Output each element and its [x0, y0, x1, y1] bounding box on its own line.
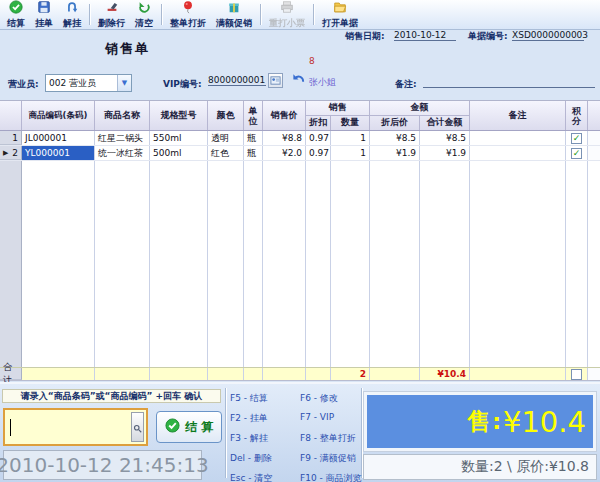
green-undo-arrow-icon — [137, 0, 151, 17]
col-group-sale: 销售 折扣 数量 — [306, 101, 370, 130]
clear-button[interactable]: 清空 — [130, 1, 158, 28]
cell-unit[interactable]: 瓶 — [244, 131, 263, 145]
group-header-amount: 金额 — [370, 101, 470, 116]
col-header-amount[interactable]: 合计金额 — [420, 116, 470, 130]
cell-points[interactable]: ✓ — [566, 146, 588, 160]
col-header-qty[interactable]: 数量 — [331, 116, 370, 130]
col-header-price[interactable]: 销售价 — [263, 101, 306, 130]
cell-remark[interactable] — [470, 131, 566, 145]
points-checkbox-empty[interactable] — [571, 369, 582, 380]
checkout-toolbar-button[interactable]: 结算 — [2, 1, 30, 28]
col-header-code[interactable]: 商品编码(条码) — [22, 101, 95, 130]
hotkey-item: F9 - 满额促销 — [300, 452, 362, 465]
col-header-discount[interactable]: 折扣 — [306, 116, 331, 130]
cell-price[interactable]: ¥8.8 — [263, 131, 306, 145]
eraser-pen-icon — [105, 0, 119, 17]
lookup-button[interactable] — [131, 412, 144, 442]
items-table: 商品编码(条码) 商品名称 规格型号 颜色 单位 销售价 销售 折扣 数量 金额… — [0, 100, 600, 381]
check-circle-icon — [165, 418, 180, 436]
price-colon: : — [492, 409, 501, 434]
cell-code-selected[interactable]: YL000001 — [22, 146, 95, 160]
undo-arrow-icon[interactable] — [291, 72, 306, 87]
totals-amount: ¥10.4 — [420, 368, 470, 380]
cell-discount[interactable]: 0.97 — [306, 131, 331, 145]
points-checkbox-checked[interactable]: ✓ — [571, 133, 582, 144]
points-checkbox-checked[interactable]: ✓ — [571, 148, 582, 159]
clerk-label: 营业员: — [8, 78, 39, 91]
printer-icon — [280, 0, 294, 17]
chevron-down-icon[interactable]: ▼ — [117, 75, 131, 91]
button-label: 满额促销 — [216, 17, 252, 30]
remark-field[interactable] — [423, 76, 595, 88]
button-label: 打开单据 — [322, 17, 358, 30]
check-circle-icon — [9, 0, 23, 17]
gift-box-icon — [227, 0, 241, 17]
delete-row-button[interactable]: 删除行 — [93, 1, 130, 28]
col-header-color[interactable]: 颜色 — [208, 101, 244, 130]
cell-discount[interactable]: 0.97 — [306, 146, 331, 160]
doc-no-value: XSD0000000003 — [512, 30, 584, 41]
row-gutter — [588, 131, 600, 145]
toolbar-separator — [313, 4, 314, 25]
unhold-order-button[interactable]: 解挂 — [58, 1, 86, 28]
barcode-input[interactable] — [3, 408, 148, 446]
cell-spec[interactable]: 550ml — [150, 131, 208, 145]
cell-remark[interactable] — [470, 146, 566, 160]
group-header-sale: 销售 — [306, 101, 370, 116]
barcode-input-hint: 请录入“商品条码”或“商品编码” +回车 确认 — [2, 389, 221, 403]
hotkey-item: Del - 删除 — [230, 452, 290, 465]
hotkey-item: F3 - 解挂 — [230, 432, 290, 445]
whole-order-discount-button[interactable]: 整单打折 — [165, 1, 211, 28]
doc-no-label: 单据编号: — [468, 30, 508, 43]
col-header-points[interactable]: 积分 — [566, 101, 588, 130]
col-header-unit[interactable]: 单位 — [244, 101, 263, 130]
col-header-name[interactable]: 商品名称 — [95, 101, 150, 130]
reprint-receipt-button[interactable]: 重打小票 — [264, 1, 310, 28]
col-header-spec[interactable]: 规格型号 — [150, 101, 208, 130]
red-balloon-icon — [181, 0, 195, 17]
vip-lookup-button[interactable] — [268, 73, 283, 88]
hold-order-button[interactable]: 挂单 — [30, 1, 58, 28]
cell-amount[interactable]: ¥1.9 — [420, 146, 470, 160]
checkout-button[interactable]: 结 算 — [156, 411, 222, 443]
panel-divider — [225, 388, 226, 478]
promo-button[interactable]: 满额促销 — [211, 1, 257, 28]
sales-order-window: 结算 挂单 解挂 删除行 清空 整单打折 满额促销 — [0, 0, 600, 482]
cell-name[interactable]: 统一冰红茶 — [95, 146, 150, 160]
cell-disc-price[interactable]: ¥8.5 — [370, 131, 420, 145]
bottom-panel: 请录入“商品条码”或“商品编码” +回车 确认 结 算 2010-10-12 2… — [0, 382, 600, 482]
cell-color[interactable]: 红色 — [208, 146, 244, 160]
col-header-remark[interactable]: 备注 — [470, 101, 566, 130]
price-label: 售 — [467, 406, 490, 437]
cell-spec[interactable]: 500ml — [150, 146, 208, 160]
row-number: 1 — [12, 133, 18, 143]
row-gutter — [588, 146, 600, 160]
cell-color[interactable]: 透明 — [208, 131, 244, 145]
cell-code[interactable]: JL000001 — [22, 131, 95, 145]
button-label: 挂单 — [35, 17, 53, 30]
clerk-select[interactable]: 002 营业员 ▼ — [45, 74, 132, 92]
table-row-selected[interactable]: ▶2 YL000001 统一冰红茶 500ml 红色 瓶 ¥2.0 0.97 1… — [0, 146, 600, 161]
open-orders-button[interactable]: 打开单据 — [317, 1, 363, 28]
clerk-value: 002 营业员 — [46, 77, 117, 90]
cell-points[interactable]: ✓ — [566, 131, 588, 145]
member-card-icon — [270, 71, 281, 90]
cell-qty[interactable]: 1 — [331, 131, 370, 145]
cell-name[interactable]: 红星二锅头 — [95, 131, 150, 145]
toolbar-separator — [260, 4, 261, 25]
cell-amount[interactable]: ¥8.5 — [420, 131, 470, 145]
cell-qty[interactable]: 1 — [331, 146, 370, 160]
current-row-marker-icon: ▶ — [3, 149, 8, 157]
hotkey-item: Esc - 清空 — [230, 472, 290, 482]
table-row[interactable]: 1 JL000001 红星二锅头 550ml 透明 瓶 ¥8.8 0.97 1 … — [0, 131, 600, 146]
cell-unit[interactable]: 瓶 — [244, 146, 263, 160]
vip-number-field[interactable]: 8000000001 — [208, 75, 266, 86]
remark-label: 备注: — [395, 78, 417, 91]
cell-price[interactable]: ¥2.0 — [263, 146, 306, 160]
totals-row: 合计 2 ¥10.4 — [0, 367, 600, 381]
table-header-row: 商品编码(条码) 商品名称 规格型号 颜色 单位 销售价 销售 折扣 数量 金额… — [0, 101, 600, 131]
hotkey-item: F2 - 挂单 — [230, 412, 290, 425]
cell-disc-price[interactable]: ¥1.9 — [370, 146, 420, 160]
sale-date-value: 2010-10-12 — [394, 30, 456, 41]
col-header-disc-price[interactable]: 折后价 — [370, 116, 420, 130]
